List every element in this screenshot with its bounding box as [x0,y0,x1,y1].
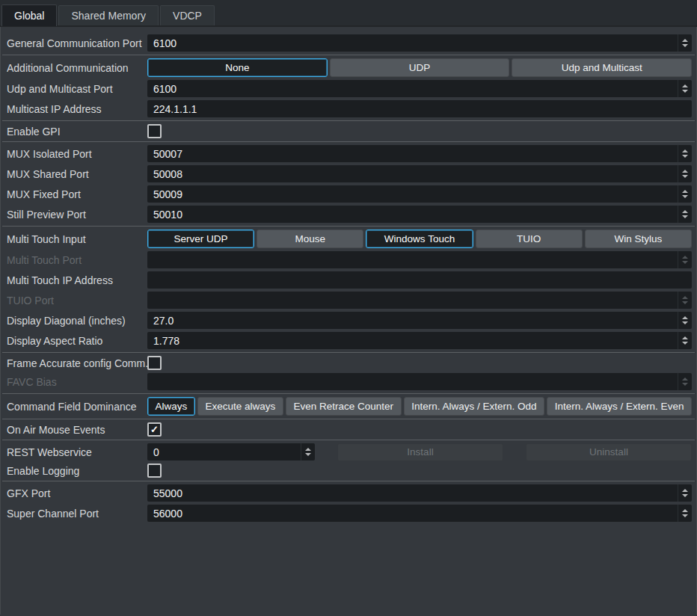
additional-communication-option-none[interactable]: None [147,58,328,77]
general-communication-port-input[interactable] [147,34,678,52]
mux-shared-port-input[interactable] [147,165,678,182]
section-separator [2,55,695,55]
udp-and-multicast-port-spinbox[interactable] [147,80,692,97]
spin-down-icon[interactable] [682,215,688,218]
super-channel-port-spinbox[interactable] [147,505,692,522]
tuio-port-input [147,292,678,309]
command-field-dominance-label: Command Field Dominance [7,401,147,413]
spin-down-icon[interactable] [682,514,688,517]
spinner-buttons[interactable] [678,484,692,502]
rest-webservice-spinbox[interactable] [147,443,315,461]
spinner-buttons[interactable] [678,185,692,203]
spin-up-icon[interactable] [682,336,688,339]
spin-up-icon[interactable] [305,448,311,451]
row-super-channel-port: Super Channel Port [1,505,696,522]
favc-bias-input [147,373,678,390]
display-diagonal-spinbox[interactable] [147,312,692,329]
udp-and-multicast-port-label: Udp and Multicast Port [7,83,147,95]
display-aspect-ratio-input[interactable] [147,332,678,349]
spin-down-icon[interactable] [682,44,688,47]
display-aspect-ratio-spinbox[interactable] [147,332,692,349]
enable-logging-checkbox[interactable] [147,463,162,478]
spinner-buttons[interactable] [301,443,315,461]
mux-isolated-port-input[interactable] [147,145,678,162]
multi-touch-input-option-server-udp[interactable]: Server UDP [147,230,254,248]
spin-up-icon[interactable] [682,170,688,173]
rest-webservice-input[interactable] [147,443,301,461]
command-field-dominance-option-intern-always-extern-odd[interactable]: Intern. Always / Extern. Odd [404,397,545,416]
spin-up-icon[interactable] [682,489,688,492]
rest-webservice-control: Install Uninstall [147,443,692,461]
tab-vdcp[interactable]: VDCP [160,5,215,25]
spinner-buttons[interactable] [678,80,692,97]
multi-touch-input-option-mouse[interactable]: Mouse [257,230,363,248]
spin-up-icon[interactable] [682,150,688,153]
tuio-port-control [147,292,692,309]
spin-down-icon[interactable] [682,90,688,93]
command-field-dominance-option-always[interactable]: Always [147,397,195,416]
mux-isolated-port-spinbox[interactable] [147,145,692,162]
udp-and-multicast-port-input[interactable] [147,80,678,97]
additional-communication-option-udp-and-multicast[interactable]: Udp and Multicast [512,58,692,77]
install-button[interactable]: Install [337,443,503,461]
mux-shared-port-label: MUX Shared Port [7,168,147,180]
spin-down-icon[interactable] [682,175,688,178]
still-preview-port-spinbox[interactable] [147,206,692,223]
mux-fixed-port-spinbox[interactable] [147,185,692,203]
spin-up-icon[interactable] [682,316,688,319]
mux-fixed-port-input[interactable] [147,185,678,203]
super-channel-port-control [147,505,692,522]
enable-gpi-control [147,124,692,138]
spin-up-icon[interactable] [682,210,688,213]
multi-touch-input-option-tuio[interactable]: TUIO [476,230,583,248]
multicast-ip-address-field[interactable] [147,100,692,117]
display-diagonal-input[interactable] [147,312,678,329]
spin-down-icon[interactable] [682,342,688,345]
frame-accurate-config-comm-checkbox[interactable] [147,356,162,370]
general-communication-port-spinbox[interactable] [147,34,692,52]
spin-up-icon[interactable] [682,509,688,512]
spinner-buttons[interactable] [678,165,692,182]
multi-touch-ip-address-input[interactable] [147,271,692,289]
command-field-dominance-option-execute-always[interactable]: Execute always [197,397,283,416]
command-field-dominance-option-intern-always-extern-even[interactable]: Intern. Always / Extern. Even [547,397,692,416]
uninstall-button[interactable]: Uninstall [526,443,692,461]
gfx-port-input[interactable] [147,484,678,502]
spin-down-icon[interactable] [305,453,311,456]
still-preview-port-input[interactable] [147,206,678,223]
spinner-buttons[interactable] [678,312,692,329]
spin-up-icon[interactable] [682,39,688,42]
spin-up-icon[interactable] [682,84,688,87]
multi-touch-ip-address-field[interactable] [147,271,692,289]
section-separator [2,352,695,353]
enable-gpi-label: Enable GPI [7,126,147,138]
spin-up-icon[interactable] [682,190,688,193]
enable-gpi-checkbox[interactable] [147,124,162,138]
gfx-port-spinbox[interactable] [147,484,692,502]
on-air-mouse-events-checkbox[interactable]: ✓ [147,422,162,437]
command-field-dominance-option-even-retrace-counter[interactable]: Even Retrace Counter [286,397,402,416]
spin-down-icon[interactable] [682,155,688,158]
mux-fixed-port-label: MUX Fixed Port [7,188,147,200]
spin-down-icon[interactable] [682,321,688,324]
multi-touch-input-option-win-stylus[interactable]: Win Stylus [585,230,692,248]
spin-down-icon[interactable] [682,494,688,497]
spinner-buttons[interactable] [678,332,692,349]
spinner-buttons[interactable] [678,206,692,223]
general-communication-port-label: General Communication Port [7,37,147,49]
mux-shared-port-spinbox[interactable] [147,165,692,182]
row-multi-touch-port: Multi Touch Port [1,251,696,268]
mux-isolated-port-label: MUX Isolated Port [7,148,147,160]
global-settings-pane: General Communication Port Additional Co… [0,27,697,615]
tab-shared-memory[interactable]: Shared Memory [58,5,159,25]
super-channel-port-input[interactable] [147,505,678,522]
spinner-buttons[interactable] [678,145,692,162]
spin-down-icon[interactable] [682,195,688,198]
spinner-buttons[interactable] [678,34,692,52]
additional-communication-option-udp[interactable]: UDP [330,58,510,77]
spinner-buttons[interactable] [678,505,692,522]
multicast-ip-address-label: Multicast IP Address [7,103,147,115]
tab-global[interactable]: Global [1,4,57,26]
multi-touch-input-option-windows-touch[interactable]: Windows Touch [366,230,473,248]
multicast-ip-address-input[interactable] [147,100,692,117]
